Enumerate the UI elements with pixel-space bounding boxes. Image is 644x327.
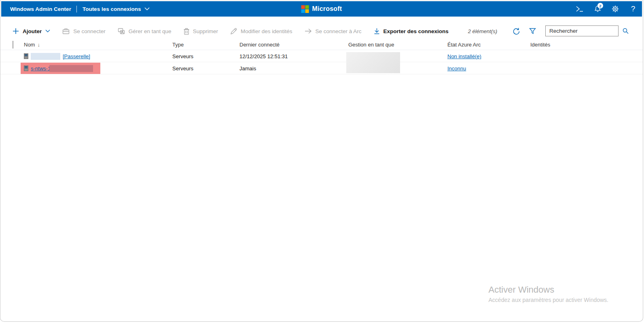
search-box bbox=[545, 25, 619, 36]
cell-type: Serveurs bbox=[172, 53, 239, 59]
top-app-bar: Windows Admin Center Toutes les connexio… bbox=[1, 1, 642, 17]
microsoft-brand-name: Microsoft bbox=[312, 5, 342, 13]
manage-as-button-label: Gérer en tant que bbox=[129, 28, 172, 34]
topbar-actions: 2 ? bbox=[571, 1, 642, 17]
trash-icon bbox=[184, 28, 189, 35]
pencil-icon bbox=[230, 28, 237, 35]
redacted-server-name-suffix bbox=[49, 65, 93, 72]
connect-button-label: Se connecter bbox=[73, 28, 106, 34]
add-button-label: Ajouter bbox=[23, 28, 42, 34]
connections-table-body: [Passerelle] Serveurs 12/12/2025 12:51:3… bbox=[0, 50, 643, 74]
gateway-server-link[interactable]: [Passerelle] bbox=[63, 53, 90, 59]
search-input[interactable] bbox=[546, 28, 623, 34]
edit-identities-button[interactable]: Modifier des identités bbox=[230, 28, 292, 35]
plus-icon bbox=[13, 28, 19, 34]
microsoft-logo-icon bbox=[301, 5, 309, 13]
download-icon bbox=[374, 28, 380, 34]
watermark-title: Activer Windows bbox=[489, 285, 608, 295]
azure-arc-status-link[interactable]: Inconnu bbox=[447, 65, 466, 72]
redacted-server-name bbox=[31, 53, 60, 60]
manage-as-button[interactable]: Gérer en tant que bbox=[118, 28, 172, 34]
export-connections-label: Exporter des connexions bbox=[383, 28, 449, 34]
connect-arc-button-label: Se connecter à Arc bbox=[316, 28, 362, 34]
azure-arc-status-link[interactable]: Non installé(e) bbox=[447, 53, 481, 59]
watermark-subtitle: Accédez aux paramètres pour activer Wind… bbox=[489, 297, 608, 303]
filter-icon bbox=[529, 28, 536, 34]
column-header-name[interactable]: Nom ↓ bbox=[24, 42, 172, 48]
table-row-gateway[interactable]: [Passerelle] Serveurs 12/12/2025 12:51:3… bbox=[0, 50, 643, 62]
delete-button-label: Supprimer bbox=[193, 28, 218, 34]
settings-button[interactable] bbox=[606, 1, 624, 17]
title-separator bbox=[76, 6, 77, 13]
help-icon: ? bbox=[631, 4, 636, 13]
items-count: 2 élément(s) bbox=[468, 24, 497, 38]
delete-button[interactable]: Supprimer bbox=[184, 28, 218, 35]
toolbar-buttons: Ajouter Se connecter Gérer en tant que bbox=[13, 28, 449, 35]
connections-dropdown[interactable]: Toutes les connexions bbox=[83, 6, 150, 12]
cell-last-connected: Jamais bbox=[239, 65, 348, 72]
add-button[interactable]: Ajouter bbox=[13, 28, 50, 34]
column-header-identities[interactable]: Identités bbox=[530, 42, 643, 48]
edit-identities-button-label: Modifier des identités bbox=[241, 28, 292, 34]
help-button[interactable]: ? bbox=[624, 1, 642, 17]
activate-windows-watermark: Activer Windows Accédez aux paramètres p… bbox=[489, 285, 608, 303]
filter-button[interactable] bbox=[526, 24, 538, 38]
powershell-console-button[interactable] bbox=[571, 1, 589, 17]
notifications-button[interactable]: 2 bbox=[589, 1, 606, 17]
server-name-link[interactable]: s-ntws-1 bbox=[31, 65, 51, 72]
connections-toolbar: Ajouter Se connecter Gérer en tant que bbox=[0, 24, 643, 38]
notification-badge: 2 bbox=[597, 3, 603, 8]
server-icon bbox=[24, 65, 28, 71]
connections-table-header: Nom ↓ Type Dernier connecté Gestion en t… bbox=[0, 39, 643, 50]
chevron-down-icon bbox=[144, 7, 150, 11]
windows-admin-center-window: Windows Admin Center Toutes les connexio… bbox=[0, 0, 643, 322]
terminal-icon bbox=[576, 6, 584, 12]
column-header-type[interactable]: Type bbox=[172, 42, 239, 48]
server-icon bbox=[24, 53, 28, 59]
column-header-manage-as[interactable]: Gestion en tant que bbox=[348, 42, 447, 48]
cell-type: Serveurs bbox=[172, 65, 239, 72]
connect-arc-button[interactable]: Se connecter à Arc bbox=[305, 28, 362, 34]
refresh-button[interactable] bbox=[510, 24, 522, 38]
manage-as-icon bbox=[118, 28, 125, 34]
column-header-azure-arc[interactable]: État Azure Arc bbox=[447, 42, 530, 48]
gear-icon bbox=[612, 5, 619, 13]
microsoft-brand: Microsoft bbox=[301, 1, 342, 17]
cell-last-connected: 12/12/2025 12:51:31 bbox=[239, 53, 348, 59]
refresh-icon bbox=[513, 27, 520, 35]
connect-button[interactable]: Se connecter bbox=[62, 28, 106, 34]
search-icon[interactable] bbox=[623, 28, 629, 34]
briefcase-icon bbox=[62, 28, 70, 34]
chevron-down-icon bbox=[45, 30, 50, 33]
table-row-s-ntws-1[interactable]: s-ntws-1 Serveurs Jamais Inconnu bbox=[0, 62, 643, 74]
arrow-right-icon bbox=[305, 28, 312, 34]
redacted-manage-as-box bbox=[346, 52, 400, 73]
app-title[interactable]: Windows Admin Center bbox=[10, 6, 71, 12]
export-connections-button[interactable]: Exporter des connexions bbox=[374, 28, 449, 34]
sort-descending-icon: ↓ bbox=[37, 42, 40, 48]
connections-dropdown-label: Toutes les connexions bbox=[83, 6, 141, 12]
select-all-checkbox[interactable] bbox=[13, 41, 13, 49]
column-header-last-connected[interactable]: Dernier connecté bbox=[239, 42, 348, 48]
